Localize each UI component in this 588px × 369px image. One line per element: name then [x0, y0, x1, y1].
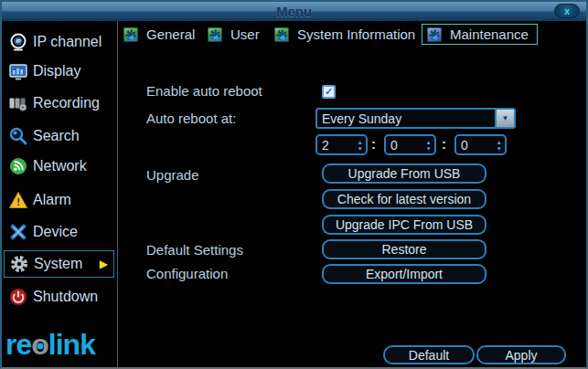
selected-arrow-icon: ▶	[100, 258, 108, 270]
sidebar-item-display[interactable]: Display	[4, 59, 114, 83]
check-latest-version-button[interactable]: Check for latest version	[322, 189, 486, 209]
tab-system-information[interactable]: System Information	[270, 24, 422, 45]
device-icon	[8, 222, 28, 242]
dropdown-selected-value: Every Sunday	[317, 112, 495, 125]
spinner-up-icon[interactable]: ▲	[497, 139, 502, 145]
close-icon: x	[564, 5, 570, 16]
sidebar-item-label: System	[34, 256, 82, 272]
sidebar-item-search[interactable]: Search	[4, 124, 114, 148]
upgrade-from-usb-button[interactable]: Upgrade From USB	[322, 163, 486, 184]
sidebar-item-system[interactable]: System ▶	[4, 250, 114, 278]
tab-user[interactable]: User	[203, 24, 270, 45]
spinner-value: 0	[456, 139, 468, 152]
sidebar: IP IP channel Display Recording Search	[2, 21, 117, 367]
window-title: Menu	[276, 4, 312, 19]
titlebar: Menu x	[2, 2, 586, 21]
tab-gear-icon	[274, 27, 289, 42]
reboot-second-spinner[interactable]: 0 ▲▼	[454, 134, 507, 155]
sidebar-divider	[117, 21, 118, 367]
sidebar-item-label: Shutdown	[33, 289, 98, 305]
recording-icon	[8, 93, 28, 113]
time-separator: :	[442, 136, 446, 152]
system-gear-icon	[9, 254, 29, 274]
sidebar-item-label: Search	[33, 128, 80, 144]
tab-general[interactable]: General	[119, 24, 203, 45]
spinner-up-icon[interactable]: ▲	[358, 139, 363, 145]
search-icon	[8, 126, 28, 146]
sidebar-item-label: Recording	[33, 95, 100, 111]
tab-bar: General User System Information Maintena…	[119, 23, 584, 46]
display-icon	[8, 61, 28, 81]
spinner-down-icon[interactable]: ▼	[426, 145, 432, 152]
tab-maintenance[interactable]: Maintenance	[422, 24, 538, 45]
reboot-minute-spinner[interactable]: 0 ▲▼	[384, 134, 436, 155]
spinner-arrows: ▲▼	[358, 139, 363, 152]
sidebar-item-ip-channel[interactable]: IP IP channel	[4, 30, 114, 54]
logo-o-pin: o	[31, 329, 48, 360]
svg-text:!: !	[16, 196, 20, 207]
tab-label: General	[146, 26, 195, 42]
logo-text: link	[48, 328, 95, 361]
spinner-value: 2	[317, 139, 329, 152]
enable-auto-reboot-label: Enable auto reboot	[146, 83, 262, 99]
close-button[interactable]: x	[554, 4, 580, 18]
sidebar-item-alarm[interactable]: ! Alarm	[4, 188, 114, 212]
sidebar-item-device[interactable]: Device	[4, 220, 114, 244]
sidebar-item-label: Device	[33, 224, 78, 240]
sidebar-item-label: Network	[33, 158, 87, 174]
enable-auto-reboot-checkbox[interactable]: ✓	[322, 85, 336, 99]
tab-label: User	[230, 26, 260, 42]
spinner-arrows: ▲▼	[497, 139, 502, 152]
default-settings-label: Default Settings	[146, 242, 243, 258]
menu-window: Menu x IP IP channel Display Recording	[0, 0, 588, 369]
restore-button[interactable]: Restore	[322, 239, 486, 259]
sidebar-item-recording[interactable]: Recording	[4, 91, 114, 115]
tab-label: Maintenance	[450, 26, 529, 42]
sidebar-item-network[interactable]: Network	[4, 154, 114, 178]
tab-gear-icon	[123, 27, 138, 42]
checkmark-icon: ✓	[325, 87, 333, 97]
chevron-down-icon: ▼	[502, 114, 509, 122]
default-button[interactable]: Default	[383, 345, 475, 364]
apply-button[interactable]: Apply	[476, 345, 566, 364]
logo-text: re	[5, 328, 31, 361]
network-icon	[8, 156, 28, 176]
shutdown-icon	[8, 287, 28, 307]
dropdown-arrow-button[interactable]: ▼	[495, 110, 514, 127]
sidebar-item-label: Display	[33, 63, 80, 79]
tab-gear-icon	[427, 27, 442, 42]
spinner-down-icon[interactable]: ▼	[497, 145, 502, 152]
spinner-value: 0	[386, 139, 398, 152]
sidebar-item-label: IP channel	[33, 34, 102, 50]
alarm-icon: !	[8, 190, 28, 210]
sidebar-item-shutdown[interactable]: Shutdown	[4, 285, 114, 309]
auto-reboot-day-dropdown[interactable]: Every Sunday ▼	[315, 108, 516, 129]
spinner-up-icon[interactable]: ▲	[426, 139, 432, 145]
tab-label: System Information	[297, 26, 415, 42]
tab-gear-icon	[208, 27, 222, 42]
spinner-arrows: ▲▼	[426, 139, 432, 152]
reboot-hour-spinner[interactable]: 2 ▲▼	[315, 134, 368, 155]
upgrade-label: Upgrade	[146, 167, 199, 183]
export-import-button[interactable]: Export/Import	[322, 264, 486, 284]
reolink-logo: reolink	[5, 329, 95, 360]
upgrade-ipc-from-usb-button[interactable]: Upgrade IPC From USB	[322, 215, 486, 235]
svg-text:IP: IP	[16, 38, 21, 44]
sidebar-item-label: Alarm	[33, 192, 71, 208]
spinner-down-icon[interactable]: ▼	[358, 145, 363, 152]
auto-reboot-at-label: Auto reboot at:	[146, 111, 236, 126]
time-separator: :	[371, 136, 376, 152]
configuration-label: Configuration	[146, 266, 228, 281]
ip-camera-icon: IP	[8, 32, 28, 52]
